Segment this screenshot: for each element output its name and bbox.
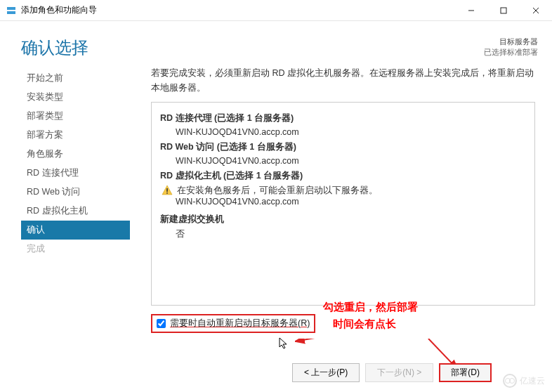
sidebar-item-role-services[interactable]: 角色服务 [21,145,130,164]
sidebar-item-install-type[interactable]: 安装类型 [21,88,130,107]
header: 确认选择 目标服务器 已选择标准部署 [0,21,552,66]
window-controls [455,0,552,21]
svg-marker-9 [280,338,287,348]
minimize-button[interactable] [455,0,487,21]
sidebar-item-complete: 完成 [21,240,130,259]
watermark: 亿速云 [503,374,545,388]
target-server-value: 已选择标准部署 [484,47,538,58]
role-heading-broker: RD 连接代理 (已选择 1 台服务器) [160,112,526,124]
svg-rect-1 [7,11,15,14]
warning-icon [162,185,173,196]
sidebar-item-before-begin[interactable]: 开始之前 [21,69,130,88]
svg-rect-7 [166,188,168,192]
new-vswitch-value: 否 [176,228,526,240]
role-heading-web: RD Web 访问 (已选择 1 台服务器) [160,141,526,153]
window-title: 添加角色和功能向导 [21,4,455,16]
watermark-text: 亿速云 [520,375,545,387]
role-server-web: WIN-KUJOQD41VN0.accp.com [176,156,526,166]
content-area: 若要完成安装，必须重新启动 RD 虚拟化主机服务器。在远程服务器上安装完成后，将… [130,66,552,333]
close-button[interactable] [520,0,552,21]
sidebar-item-rd-virtualization[interactable]: RD 虚拟化主机 [21,202,130,221]
svg-rect-8 [166,192,168,194]
confirmation-list: RD 连接代理 (已选择 1 台服务器) WIN-KUJOQD41VN0.acc… [151,102,535,306]
deploy-button[interactable]: 部署(D) [439,363,492,382]
target-server-box: 目标服务器 已选择标准部署 [484,37,538,58]
sidebar-item-rd-broker[interactable]: RD 连接代理 [21,164,130,183]
role-server-virt: WIN-KUJOQD41VN0.accp.com [176,197,526,207]
sidebar-item-rd-web[interactable]: RD Web 访问 [21,183,130,202]
cursor-icon [279,337,289,350]
server-manager-icon [6,5,17,16]
restart-checkbox[interactable] [157,319,166,328]
sidebar-item-confirm[interactable]: 确认 [21,221,130,240]
maximize-button[interactable] [487,0,520,21]
annotation-line2: 时间会有点长 [333,315,418,332]
warning-line: 在安装角色服务后，可能会重新启动以下服务器。 [162,185,526,197]
wizard-sidebar: 开始之前 安装类型 部署类型 部署方案 角色服务 RD 连接代理 RD Web … [21,66,130,333]
prev-button[interactable]: < 上一步(P) [292,363,360,382]
user-annotation: 勾选重启，然后部署 时间会有点长 [323,299,418,332]
watermark-logo-icon [503,374,517,388]
sidebar-item-deploy-plan[interactable]: 部署方案 [21,126,130,145]
annotation-line1: 勾选重启，然后部署 [323,299,418,315]
next-button: 下一步(N) > [365,363,433,382]
svg-rect-3 [501,8,506,13]
role-heading-virt: RD 虚拟化主机 (已选择 1 台服务器) [160,170,526,182]
page-title: 确认选择 [21,37,88,59]
restart-checkbox-row[interactable]: 需要时自动重新启动目标服务器(R) [151,314,315,333]
svg-rect-0 [7,7,15,10]
target-server-label: 目标服务器 [484,37,538,47]
restart-checkbox-label[interactable]: 需要时自动重新启动目标服务器(R) [170,318,310,329]
new-vswitch-heading: 新建虚拟交换机 [160,214,526,226]
warning-text: 在安装角色服务后，可能会重新启动以下服务器。 [177,185,378,197]
role-server-broker: WIN-KUJOQD41VN0.accp.com [176,127,526,137]
intro-text: 若要完成安装，必须重新启动 RD 虚拟化主机服务器。在远程服务器上安装完成后，将… [151,66,535,96]
svg-line-11 [295,339,327,341]
title-bar: 添加角色和功能向导 [0,0,552,21]
wizard-footer: < 上一步(P) 下一步(N) > 部署(D) 取消 [292,363,538,382]
sidebar-item-deploy-type[interactable]: 部署类型 [21,107,130,126]
